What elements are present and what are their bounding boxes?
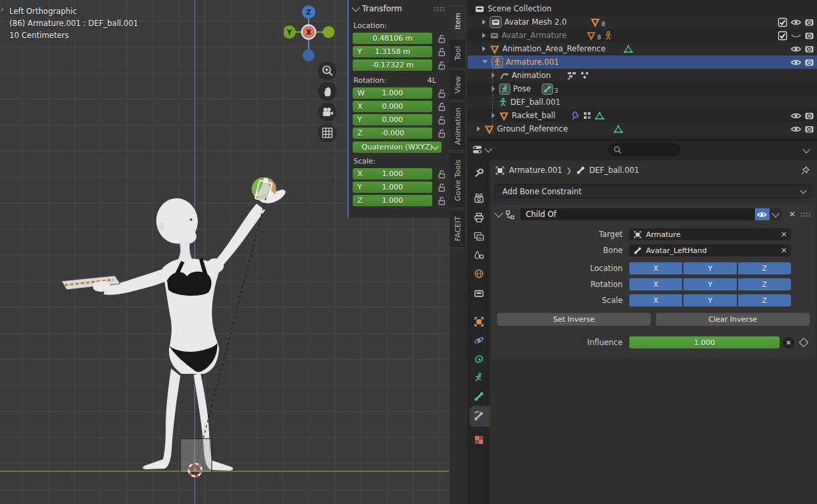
set-inverse-button[interactable]: Set Inverse <box>497 313 651 326</box>
outliner-row-ground-reference[interactable]: Ground_Reference <box>468 122 817 136</box>
transform-panel-title[interactable]: Transform <box>362 4 402 13</box>
rotation-y-toggle[interactable]: Y <box>683 278 736 290</box>
eye-icon[interactable] <box>790 17 802 27</box>
render-camera-icon[interactable] <box>804 44 814 54</box>
eye-icon[interactable] <box>790 44 802 54</box>
tab-object-constraints[interactable] <box>473 353 484 364</box>
tab-world[interactable] <box>473 268 484 279</box>
tab-render[interactable] <box>473 192 484 204</box>
lock-icon[interactable] <box>438 170 446 179</box>
rotation-w-field[interactable]: W1.000 <box>353 87 432 99</box>
tab-govie-tools[interactable]: Govie Tools <box>450 152 466 208</box>
tab-bone-properties[interactable] <box>473 391 484 402</box>
tab-texture[interactable] <box>473 434 484 445</box>
tab-output[interactable] <box>473 212 484 223</box>
expand-arrow-icon[interactable] <box>482 19 486 25</box>
lock-icon[interactable] <box>438 129 446 138</box>
clear-target-icon[interactable]: ✕ <box>781 230 787 239</box>
eye-icon[interactable] <box>790 57 802 67</box>
location-x-field[interactable]: 0.48106 m <box>353 33 432 44</box>
location-y-field[interactable]: Y1.3158 m <box>353 46 432 57</box>
tab-tool[interactable]: Tool <box>450 39 466 68</box>
tab-object-properties[interactable] <box>473 316 484 327</box>
toolbar-collapse-arrow[interactable]: › <box>1 5 4 14</box>
tab-tool-settings[interactable] <box>473 167 484 178</box>
clear-bone-icon[interactable]: ✕ <box>781 246 787 255</box>
tab-object-data-armature[interactable] <box>473 372 484 383</box>
lock-icon[interactable] <box>438 61 446 70</box>
expand-arrow-icon[interactable] <box>477 126 480 132</box>
collapse-arrow-icon[interactable] <box>482 60 488 66</box>
scale-y-field[interactable]: Y1.000 <box>353 182 432 193</box>
navigation-gizmo[interactable]: Z Y X <box>284 3 337 66</box>
scale-y-toggle[interactable]: Y <box>683 294 736 306</box>
rotation-y-field[interactable]: Y0.000 <box>353 114 432 125</box>
render-camera-icon[interactable] <box>804 124 814 134</box>
scale-z-field[interactable]: Z1.000 <box>353 195 432 206</box>
location-y-toggle[interactable]: Y <box>683 262 736 274</box>
clear-inverse-button[interactable]: Clear Inverse <box>656 313 810 326</box>
tab-collection-properties[interactable] <box>473 287 484 298</box>
bone-rest-box[interactable] <box>180 439 212 473</box>
influence-slider[interactable]: 1.000 <box>629 336 780 348</box>
rotation-x-toggle[interactable]: X <box>629 278 682 290</box>
target-object-field[interactable]: Armature ✕ <box>629 228 791 240</box>
outliner-row-armature-001[interactable]: Armature.001 <box>468 55 817 69</box>
gizmo-axis-z[interactable]: Z <box>302 5 315 19</box>
clear-influence-animation-button[interactable]: ✕ <box>783 337 794 348</box>
location-z-toggle[interactable]: Z <box>738 262 791 274</box>
header-collapse-chevron-icon[interactable] <box>802 146 810 153</box>
tab-item[interactable]: Item <box>450 5 466 37</box>
rotation-mode-dropdown[interactable]: Quaternion (WXYZ) <box>353 142 442 153</box>
render-camera-icon[interactable] <box>804 17 814 27</box>
tab-bone-constraints-active[interactable] <box>473 411 484 422</box>
scale-z-toggle[interactable]: Z <box>738 294 791 306</box>
add-bone-constraint-button[interactable]: Add Bone Constraint <box>495 184 812 198</box>
render-camera-icon[interactable] <box>804 111 814 121</box>
tab-animation[interactable]: Animation <box>450 101 466 151</box>
tab-faceit[interactable]: FACEIT <box>450 210 466 248</box>
lock-icon[interactable] <box>438 89 446 98</box>
rotation-z-field[interactable]: Z-0.000 <box>353 128 432 139</box>
location-x-toggle[interactable]: X <box>629 262 682 274</box>
camera-view-button[interactable] <box>318 103 337 121</box>
eye-closed-icon[interactable] <box>790 31 802 41</box>
outliner-row-avatar-armature[interactable]: Avatar_Armature 8 <box>468 29 817 42</box>
tab-view-layer[interactable] <box>473 230 484 242</box>
zoom-tool-button[interactable] <box>318 61 337 80</box>
outliner-row-avatar-mesh[interactable]: Avatar Mesh 2.0 8 <box>468 15 817 29</box>
editor-type-selector[interactable] <box>472 144 491 155</box>
outliner-row-racket-ball[interactable]: Racket_ball <box>468 109 817 122</box>
expand-arrow-icon[interactable] <box>482 33 486 38</box>
constraint-name-field[interactable]: Child Of <box>520 208 755 220</box>
expand-arrow-icon[interactable] <box>482 46 486 51</box>
gizmo-axis-y-neg[interactable] <box>323 26 335 38</box>
breadcrumb-bone[interactable]: DEF_ball.001 <box>589 166 639 175</box>
constraint-extras-dropdown[interactable] <box>770 208 782 220</box>
properties-search-input[interactable] <box>608 144 680 156</box>
keyframe-decorator-icon[interactable] <box>799 338 808 347</box>
lock-icon[interactable] <box>438 115 446 125</box>
render-camera-icon[interactable] <box>804 57 814 67</box>
scale-x-field[interactable]: X1.000 <box>353 168 432 180</box>
outliner-row-def-ball[interactable]: DEF_ball.001 <box>468 95 817 109</box>
pan-tool-button[interactable] <box>318 82 337 101</box>
outliner-row-scene-collection[interactable]: Scene Collection <box>468 2 817 15</box>
gizmo-axis-x[interactable]: X <box>302 25 316 39</box>
render-camera-icon[interactable] <box>804 31 814 41</box>
tab-view[interactable]: View <box>450 69 466 100</box>
lock-icon[interactable] <box>438 47 446 57</box>
selectability-checkbox[interactable] <box>778 17 788 27</box>
panel-drag-dots-icon[interactable] <box>434 6 446 12</box>
constraint-delete-button[interactable]: ✕ <box>789 210 796 219</box>
constraint-visibility-button[interactable] <box>755 208 770 220</box>
panel-expand-chevron-icon[interactable] <box>351 3 360 12</box>
panel-drag-dots-icon[interactable] <box>800 212 811 218</box>
lock-icon[interactable] <box>438 34 446 43</box>
outliner-row-animation[interactable]: Animation <box>468 69 817 82</box>
outliner-row-pose[interactable]: Pose 3 <box>468 82 817 95</box>
lock-icon[interactable] <box>438 196 446 206</box>
eye-icon[interactable] <box>790 124 802 134</box>
tab-physics[interactable] <box>473 334 484 346</box>
panel-expand-chevron-icon[interactable] <box>494 209 503 218</box>
